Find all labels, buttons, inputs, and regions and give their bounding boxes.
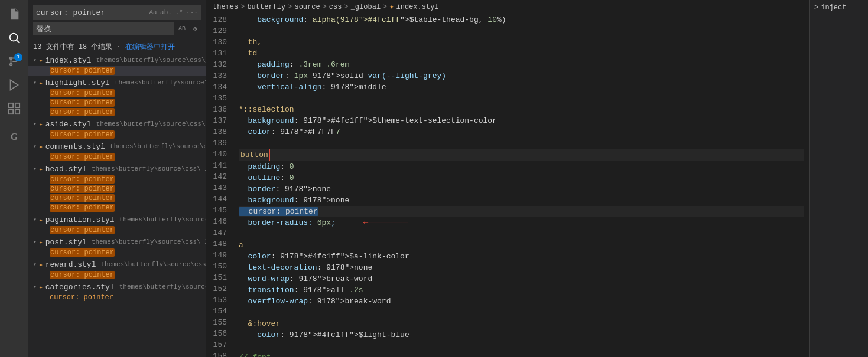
source-control-badge: 1 — [14, 53, 22, 61]
search-input[interactable] — [36, 8, 145, 17]
file-group-index: ▾ ✦ index.styl themes\butterfly\source\c… — [28, 54, 206, 76]
match-text: cursor: pointer — [50, 175, 115, 184]
right-panel: > inject — [809, 0, 868, 357]
breadcrumb-file[interactable]: index.styl — [396, 3, 439, 11]
editor-area: themes > butterfly > source > css > _glo… — [206, 0, 809, 357]
match-item[interactable]: cursor: pointer — [28, 270, 206, 280]
breadcrumb-themes[interactable]: themes — [213, 3, 238, 11]
breadcrumb-global[interactable]: _global — [351, 3, 381, 11]
match-text: cursor: pointer — [50, 204, 115, 212]
svg-rect-8 — [9, 110, 13, 114]
match-text: cursor: pointer — [50, 99, 115, 107]
open-editor-link[interactable]: 在编辑器中打开 — [125, 43, 175, 51]
file-header-aside[interactable]: ▾ ✦ aside.styl themes\butterfly\source\c… — [28, 118, 206, 130]
extensions-icon[interactable] — [5, 99, 24, 118]
file-header-reward[interactable]: ▾ ✦ reward.styl themes\butterfly\source\… — [28, 258, 206, 270]
file-path: themes\butterfly\source\css\_layout — [100, 261, 206, 268]
breadcrumb-sep: > — [323, 3, 327, 11]
file-icon: ✦ — [39, 261, 43, 268]
match-text: cursor: pointer — [50, 130, 115, 139]
match-item[interactable]: cursor: pointer 🔒 ✕ — [28, 66, 206, 76]
file-path: themes\butterfly\source\css\_layout — [92, 238, 206, 245]
file-icon: ✦ — [39, 165, 43, 173]
match-text: cursor: pointer — [50, 226, 115, 234]
match-text: cursor: pointer — [50, 153, 115, 161]
file-name: highlight.styl — [45, 78, 110, 87]
more-options-btn[interactable]: ··· — [186, 6, 198, 18]
chevron-icon: ▾ — [33, 120, 37, 127]
file-group-categories: ▾ ✦ categories.styl themes\butterfly\sou… — [28, 281, 206, 302]
search-header: Aa ab. .* ··· AB ⚙ — [28, 0, 206, 40]
file-path: themes\butterfly\source\css\_highlight — [115, 79, 206, 86]
file-group-aside: ▾ ✦ aside.styl themes\butterfly\source\c… — [28, 118, 206, 139]
match-item[interactable]: cursor: pointer — [28, 98, 206, 107]
file-name: categories.styl — [45, 283, 115, 292]
breadcrumb: themes > butterfly > source > css > _glo… — [206, 0, 809, 14]
replace-input-wrap — [33, 22, 174, 35]
match-item[interactable]: cursor: pointer — [28, 225, 206, 235]
file-group-head: ▾ ✦ head.styl themes\butterfly\source\cs… — [28, 163, 206, 212]
file-header-pagination[interactable]: ▾ ✦ pagination.styl themes\butterfly\sou… — [28, 214, 206, 225]
match-item[interactable]: cursor: pointer — [28, 184, 206, 194]
file-header-index[interactable]: ▾ ✦ index.styl themes\butterfly\source\c… — [28, 54, 206, 66]
file-header-categories[interactable]: ▾ ✦ categories.styl themes\butterfly\sou… — [28, 281, 206, 293]
match-item[interactable]: cursor: pointer — [28, 293, 206, 302]
file-icon: ✦ — [39, 238, 43, 246]
code-area[interactable]: background: alpha(9178">#4fc1ff">$table-… — [234, 14, 809, 357]
inject-label: inject — [821, 4, 846, 12]
run-icon[interactable] — [5, 76, 24, 94]
file-header-highlight[interactable]: ▾ ✦ highlight.styl themes\butterfly\sour… — [28, 77, 206, 89]
match-item[interactable]: cursor: pointer — [28, 175, 206, 184]
match-case-btn[interactable]: Aa — [147, 6, 159, 18]
chevron-icon: ▾ — [33, 261, 37, 268]
file-header-head[interactable]: ▾ ✦ head.styl themes\butterfly\source\cs… — [28, 163, 206, 175]
file-name: index.styl — [45, 56, 92, 65]
file-group-highlight: ▾ ✦ highlight.styl themes\butterfly\sour… — [28, 77, 206, 117]
file-group-pagination: ▾ ✦ pagination.styl themes\butterfly\sou… — [28, 214, 206, 235]
match-word-btn[interactable]: ab. — [160, 6, 172, 18]
breadcrumb-sep: > — [288, 3, 292, 11]
match-text: cursor: pointer — [50, 271, 115, 279]
inject-item[interactable]: > inject — [814, 2, 846, 13]
match-text: cursor: pointer — [50, 248, 115, 257]
use-regex-btn[interactable]: .* — [173, 6, 185, 18]
match-text: cursor: pointer — [50, 89, 115, 97]
file-header-comments[interactable]: ▾ ✦ comments.styl themes\butterfly\sourc… — [28, 140, 206, 152]
file-icon: ✦ — [39, 120, 43, 128]
match-item[interactable]: cursor: pointer — [28, 130, 206, 139]
breadcrumb-butterfly[interactable]: butterfly — [247, 3, 285, 11]
file-name: post.styl — [45, 238, 87, 247]
svg-rect-6 — [9, 103, 13, 107]
match-item[interactable]: cursor: pointer — [28, 203, 206, 212]
match-item[interactable]: cursor: pointer — [28, 194, 206, 203]
chevron-icon: ▾ — [33, 143, 37, 150]
search-input-row: Aa ab. .* ··· — [33, 5, 201, 20]
file-path: themes\butterfly\source\css\_layout — [96, 120, 206, 127]
match-item[interactable]: cursor: pointer — [28, 107, 206, 117]
source-control-icon[interactable]: 1 — [5, 52, 24, 71]
settings-btn[interactable]: ⚙ — [189, 23, 201, 35]
file-path: themes\butterfly\source\css\_layout — [110, 143, 206, 150]
gitlen-icon[interactable]: G — [5, 127, 24, 146]
file-name: head.styl — [45, 165, 87, 173]
breadcrumb-css[interactable]: css — [329, 3, 342, 11]
replace-input[interactable] — [36, 24, 171, 33]
match-item[interactable]: cursor: pointer — [28, 152, 206, 162]
svg-rect-9 — [15, 110, 19, 114]
search-results: ▾ ✦ index.styl themes\butterfly\source\c… — [28, 54, 206, 357]
match-item[interactable]: cursor: pointer — [28, 248, 206, 257]
ab-btn[interactable]: AB — [176, 23, 188, 35]
breadcrumb-file-icon: ✦ — [389, 2, 394, 11]
breadcrumb-sep: > — [344, 3, 348, 11]
search-icon[interactable] — [5, 28, 24, 47]
results-info: 13 文件中有 18 个结果 · 在编辑器中打开 — [28, 40, 206, 54]
file-icon: ✦ — [39, 57, 43, 64]
match-item[interactable]: cursor: pointer — [28, 89, 206, 98]
replace-btns: AB ⚙ — [176, 23, 201, 35]
match-text: cursor: pointer — [50, 67, 115, 75]
breadcrumb-source[interactable]: source — [294, 3, 320, 11]
file-group-comments: ▾ ✦ comments.styl themes\butterfly\sourc… — [28, 140, 206, 162]
file-header-post[interactable]: ▾ ✦ post.styl themes\butterfly\source\cs… — [28, 236, 206, 248]
files-icon[interactable] — [5, 5, 24, 24]
file-icon: ✦ — [39, 283, 43, 291]
